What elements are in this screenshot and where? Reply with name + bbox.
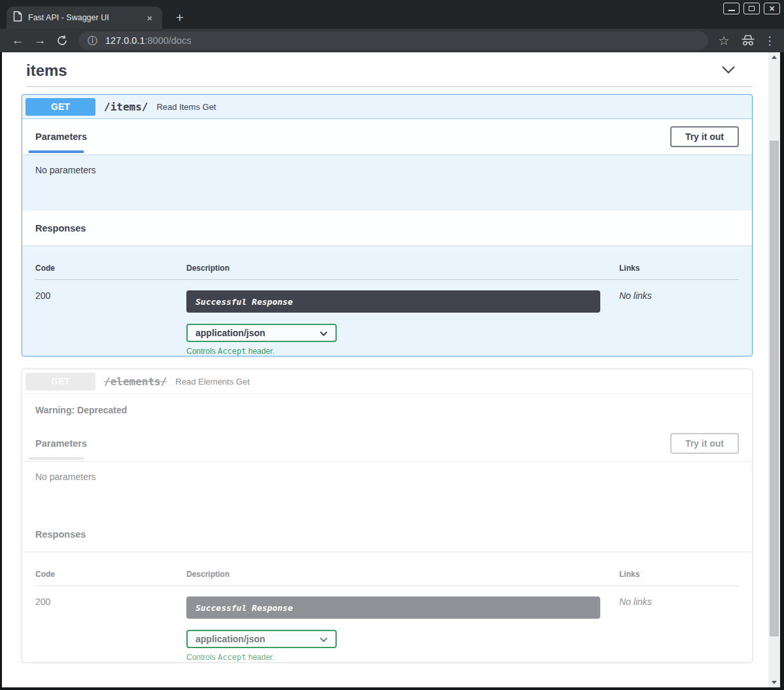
page-scrollbar[interactable] (768, 52, 780, 687)
try-it-out-button[interactable]: Try it out (670, 126, 739, 147)
responses-header: Responses (22, 211, 752, 245)
response-description-cell: Successful Response application/json Con… (186, 290, 619, 356)
media-type-select[interactable]: application/json (186, 630, 337, 648)
response-description-text: Successful Response (196, 297, 293, 307)
back-button[interactable]: ← (9, 33, 26, 48)
column-links: Links (619, 264, 739, 273)
controls-accept-note: Controls Accept header. (186, 653, 619, 662)
controls-accept-note: Controls Accept header. (186, 347, 619, 356)
no-parameters-text: No parameters (35, 472, 96, 482)
endpoint-path: /elements/ (104, 375, 167, 388)
response-description-cell: Successful Response application/json Con… (186, 596, 619, 662)
column-description: Description (186, 264, 619, 273)
response-links: No links (619, 596, 739, 662)
opblock-get-elements: GET /elements/ Read Elements Get Warning… (22, 369, 753, 663)
new-tab-button[interactable]: + (171, 9, 188, 26)
column-code: Code (35, 570, 186, 579)
parameters-tab: Parameters (35, 438, 87, 449)
column-code: Code (35, 264, 186, 273)
note-suffix: header. (246, 653, 274, 662)
browser-toolbar: ← → ⓘ 127.0.0.1:8000/docs ☆ ⋮ (0, 29, 784, 52)
tab-close-icon[interactable]: × (144, 12, 156, 24)
media-type-select[interactable]: application/json (186, 324, 337, 342)
responses-table-header: Code Description Links (35, 570, 739, 586)
chevron-down-icon[interactable] (721, 65, 736, 77)
parameters-header: Parameters Try it out (22, 119, 752, 154)
opblock-get-items: GET /items/ Read Items Get Parameters Tr… (22, 94, 753, 356)
note-prefix: Controls (186, 653, 218, 662)
swagger-page: items GET /items/ Read Items Get Paramet… (2, 52, 768, 687)
note-suffix: header. (246, 347, 274, 356)
maximize-icon (749, 6, 755, 11)
responses-title: Responses (35, 223, 86, 233)
url-path: :8000/docs (145, 35, 191, 46)
parameters-tab: Parameters (35, 131, 87, 142)
url-host: 127.0.0.1 (105, 35, 145, 46)
url-bar[interactable]: ⓘ 127.0.0.1:8000/docs (78, 31, 708, 50)
scrollbar-thumb[interactable] (770, 141, 779, 636)
reload-button[interactable] (54, 35, 71, 46)
browser-tab[interactable]: Fast API - Swagger UI × (7, 7, 162, 29)
minimize-button[interactable] (723, 3, 740, 14)
browser-menu-icon[interactable]: ⋮ (763, 34, 776, 48)
endpoint-summary: Read Elements Get (175, 377, 249, 387)
browser-tabstrip: Fast API - Swagger UI × + × (0, 0, 784, 29)
deprecated-warning: Warning: Deprecated (22, 394, 752, 426)
tag-divider (26, 86, 753, 87)
document-icon (13, 11, 22, 24)
parameters-body: No parameters (22, 461, 752, 517)
tag-section-header: items (26, 60, 753, 87)
parameters-header: Parameters Try it out (22, 426, 752, 461)
endpoint-summary: Read Items Get (156, 102, 216, 112)
response-links: No links (619, 290, 739, 356)
tag-title: items (26, 61, 67, 80)
response-row: 200 Successful Response application/json (35, 280, 739, 356)
response-description-block: Successful Response (186, 596, 600, 619)
media-type-value: application/json (196, 634, 265, 644)
responses-body: Code Description Links 200 Successful Re… (22, 245, 752, 356)
scroll-up-arrow[interactable] (768, 52, 780, 62)
close-icon: × (769, 4, 774, 13)
response-description-block: Successful Response (186, 290, 600, 313)
try-it-out-button[interactable]: Try it out (670, 433, 739, 454)
responses-title: Responses (35, 529, 86, 540)
response-code: 200 (35, 596, 186, 662)
url-text: 127.0.0.1:8000/docs (105, 35, 191, 46)
responses-body: Code Description Links 200 Successful Re… (22, 551, 752, 662)
parameters-body: No parameters (22, 154, 752, 211)
window-controls: × (723, 3, 780, 14)
responses-table-header: Code Description Links (35, 264, 739, 280)
endpoint-path: /items/ (104, 101, 148, 113)
bookmark-star-icon[interactable]: ☆ (716, 33, 732, 48)
column-links: Links (619, 570, 739, 579)
scroll-down-arrow[interactable] (768, 678, 780, 687)
response-description-text: Successful Response (196, 603, 293, 613)
select-chevron-icon (320, 633, 328, 645)
incognito-icon (738, 35, 758, 46)
note-mono: Accept (218, 347, 246, 356)
tag-row[interactable]: items (26, 60, 753, 81)
media-type-value: application/json (196, 328, 265, 338)
triangle-up-icon (772, 56, 777, 59)
triangle-down-icon (772, 681, 777, 684)
close-button[interactable]: × (764, 3, 780, 14)
no-parameters-text: No parameters (35, 165, 96, 175)
select-chevron-icon (320, 327, 328, 339)
method-badge: GET (26, 98, 95, 116)
response-code: 200 (35, 290, 186, 356)
forward-button[interactable]: → (31, 33, 48, 48)
response-row: 200 Successful Response application/json (35, 586, 739, 662)
method-badge: GET (26, 373, 95, 390)
note-prefix: Controls (186, 347, 218, 356)
column-description: Description (186, 570, 619, 579)
maximize-button[interactable] (743, 3, 760, 14)
opblock-summary-items[interactable]: GET /items/ Read Items Get (22, 95, 752, 119)
responses-header: Responses (22, 517, 752, 551)
page-info-icon[interactable]: ⓘ (88, 35, 97, 47)
tab-title: Fast API - Swagger UI (28, 13, 144, 22)
minimize-icon (728, 10, 735, 11)
note-mono: Accept (218, 653, 246, 662)
opblock-summary-elements[interactable]: GET /elements/ Read Elements Get (22, 370, 752, 394)
